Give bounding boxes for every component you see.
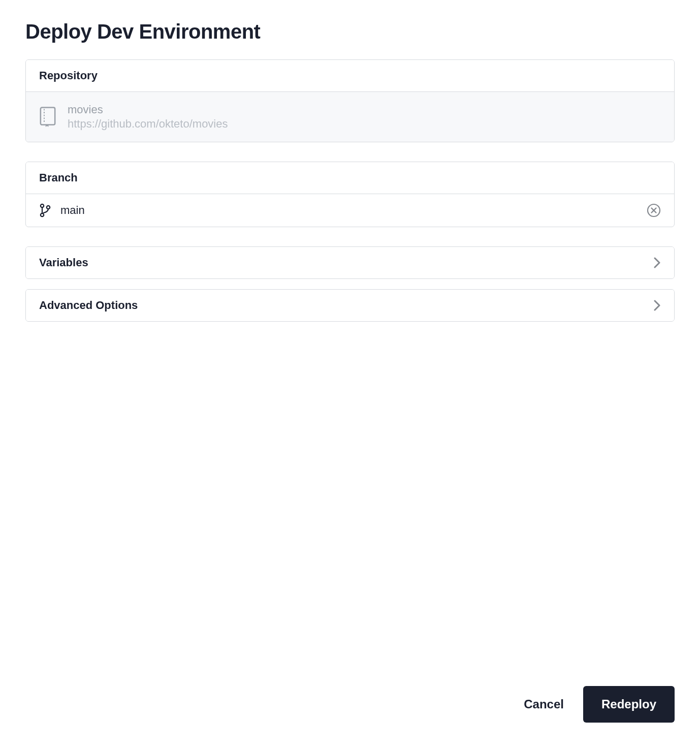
git-branch-icon (39, 203, 51, 217)
variables-label: Variables (39, 256, 88, 269)
branch-label: Branch (39, 171, 661, 184)
repository-icon (39, 107, 56, 127)
footer-actions: Cancel Redeploy (519, 686, 675, 723)
repository-name: movies (68, 103, 228, 116)
clear-icon[interactable] (647, 203, 661, 217)
svg-rect-0 (41, 108, 55, 125)
cancel-button[interactable]: Cancel (519, 688, 569, 721)
repository-label: Repository (39, 69, 661, 82)
page-title: Deploy Dev Environment (25, 20, 675, 43)
advanced-options-label: Advanced Options (39, 299, 138, 312)
branch-selector[interactable]: main (26, 194, 674, 227)
advanced-options-section: Advanced Options (25, 289, 675, 322)
chevron-right-icon (654, 299, 661, 311)
repository-section: Repository movies https://github.com/okt… (25, 59, 675, 142)
repository-item[interactable]: movies https://github.com/okteto/movies (26, 92, 674, 142)
svg-point-4 (47, 206, 50, 209)
advanced-options-toggle[interactable]: Advanced Options (26, 290, 674, 321)
repository-url: https://github.com/okteto/movies (68, 117, 228, 131)
branch-section: Branch main (25, 162, 675, 227)
branch-header: Branch (26, 162, 674, 194)
svg-point-3 (41, 213, 44, 216)
variables-toggle[interactable]: Variables (26, 247, 674, 278)
repository-header: Repository (26, 60, 674, 92)
variables-section: Variables (25, 246, 675, 279)
svg-point-2 (41, 204, 44, 207)
repository-text: movies https://github.com/okteto/movies (68, 103, 228, 131)
redeploy-button[interactable]: Redeploy (583, 686, 675, 723)
chevron-right-icon (654, 257, 661, 269)
branch-name: main (60, 204, 638, 217)
